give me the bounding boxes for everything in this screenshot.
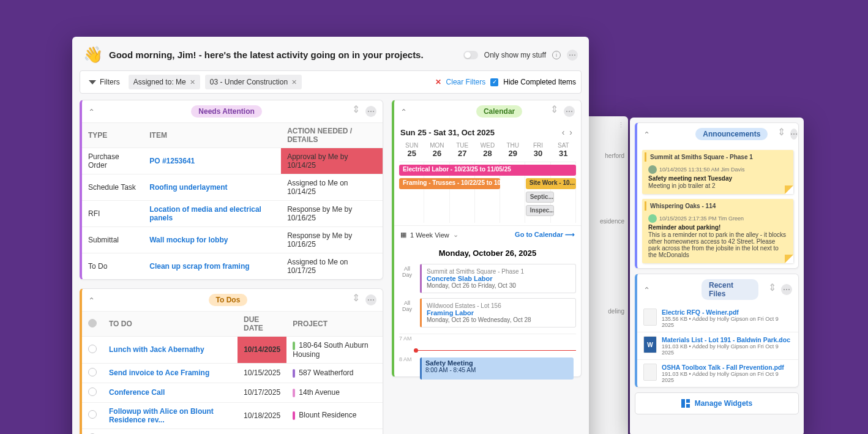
gantt-area: Electrical Labor - 10/23/25 to 11/05/25F… xyxy=(399,162,576,223)
selected-day-header: Monday, October 26, 2025 xyxy=(394,244,581,261)
calendar-range: Sun 25 - Sat 31, Oct 2025 xyxy=(400,128,559,137)
word-icon xyxy=(643,336,657,353)
filter-chip[interactable]: 03 - Under Construction✕ xyxy=(205,75,302,89)
allday-event[interactable]: Summit at Smiths Square - Phase 1Concret… xyxy=(420,264,576,293)
prev-week-button[interactable]: ‹ xyxy=(559,127,567,137)
drag-handle-icon[interactable]: ⇕ xyxy=(768,285,777,294)
avatar xyxy=(648,214,657,223)
close-icon[interactable]: ✕ xyxy=(291,78,297,86)
close-icon: ✕ xyxy=(435,78,441,86)
close-icon[interactable]: ✕ xyxy=(190,78,195,86)
chevron-up-icon[interactable]: ⌄ xyxy=(400,107,407,116)
widgets-panel: ⌄ Announcements ⇕ ⋯ Summit at Smiths Squ… xyxy=(630,118,804,434)
announcements-card: ⌄ Announcements ⇕ ⋯ Summit at Smiths Squ… xyxy=(635,122,799,269)
table-row[interactable]: To DoClean up scrap from framingAssigned… xyxy=(82,253,383,280)
chevron-up-icon[interactable]: ⌄ xyxy=(643,285,650,294)
file-row[interactable]: Materials List - Lot 191 - Baldwin Park.… xyxy=(637,332,798,359)
info-icon[interactable]: i xyxy=(552,51,561,59)
manage-widgets-button[interactable]: Manage Widgets xyxy=(635,392,799,414)
announcement-note[interactable]: Whispering Oaks - 114 10/15/2025 2:17:35… xyxy=(642,199,793,263)
calendar-icon: ▦ xyxy=(400,231,406,239)
week-header: SUN25MON26TUE27WED28THU29FRI30SAT31 xyxy=(394,142,581,158)
gantt-bar[interactable]: Framing - Trusses - 10/22/25 to 10/28... xyxy=(399,178,500,189)
clear-filters-button[interactable]: Clear Filters xyxy=(446,78,486,86)
chevron-up-icon[interactable]: ⌄ xyxy=(88,107,95,116)
calendar-card: ⌄ Calendar ⇕ ⋯ Sun 25 - Sat 31, Oct 2025… xyxy=(392,100,582,377)
file-row[interactable]: Electric RFQ - Weiner.pdf135.56 KB • Add… xyxy=(637,305,798,332)
announcement-note[interactable]: Summit at Smiths Square - Phase 1 10/14/… xyxy=(642,150,793,194)
chevron-up-icon[interactable]: ⌄ xyxy=(643,130,650,139)
complete-checkbox[interactable] xyxy=(88,368,97,376)
card-menu[interactable]: ⋯ xyxy=(790,129,798,140)
complete-checkbox[interactable] xyxy=(88,345,97,353)
allday-event[interactable]: Wildwood Estates - Lot 156Framing LaborM… xyxy=(420,298,576,327)
table-row[interactable]: Send invoice to Ace Framing 10/15/2025 5… xyxy=(82,363,383,383)
pdf-icon xyxy=(643,309,657,326)
complete-checkbox[interactable] xyxy=(88,410,97,419)
card-title: To Dos xyxy=(209,294,248,306)
drag-handle-icon[interactable]: ⇕ xyxy=(550,107,559,116)
needs-attention-card: ⌄ Needs Attention ⇕ ⋯ TYPEITEMACTION NEE… xyxy=(80,100,383,280)
only-my-stuff-toggle[interactable] xyxy=(463,51,478,59)
card-title: Needs Attention xyxy=(191,105,262,118)
recent-files-card: ⌄ Recent Files ⇕ ⋯ Electric RFQ - Weiner… xyxy=(635,274,799,387)
next-week-button[interactable]: › xyxy=(567,127,575,137)
main-dashboard-window: 👋 Good morning, Jim! - here's the latest… xyxy=(72,37,589,434)
gantt-bar[interactable]: Inspec... xyxy=(526,205,554,216)
table-row[interactable]: Conference Call 10/17/2025 14th Avenue xyxy=(82,383,383,402)
todos-table: TO DODUE DATEPROJECT Lunch with Jack Abe… xyxy=(82,311,383,434)
gantt-bar[interactable]: Septic... xyxy=(526,192,554,203)
wave-icon: 👋 xyxy=(83,45,103,64)
table-row[interactable]: Schedule TaskRoofing underlaymentAssigne… xyxy=(82,174,383,201)
current-time-indicator xyxy=(416,350,576,351)
chevron-up-icon[interactable]: ⌄ xyxy=(88,296,95,305)
card-menu[interactable]: ⋯ xyxy=(365,106,376,117)
greeting-text: Good morning, Jim! - here's the latest a… xyxy=(109,50,457,60)
card-title: Recent Files xyxy=(702,279,758,300)
go-to-calendar-link[interactable]: Go to Calendar ⟶ xyxy=(515,231,575,239)
gantt-bar[interactable]: Site Work - 10... xyxy=(526,178,576,189)
table-row[interactable]: Clean up scrap from framing 10/20/2025 5… xyxy=(82,428,383,434)
table-row[interactable]: SubmittalWall mockup for lobbyResponse b… xyxy=(82,227,383,253)
table-row[interactable]: Followup with Alice on Blount Residence … xyxy=(82,402,383,428)
file-row[interactable]: OSHA Toolbox Talk - Fall Prevention.pdf1… xyxy=(637,359,798,387)
drag-handle-icon[interactable]: ⇕ xyxy=(352,296,361,304)
view-selector[interactable]: 1 Week View xyxy=(410,231,449,239)
drag-handle-icon[interactable]: ⇕ xyxy=(352,107,361,116)
card-menu[interactable]: ⋯ xyxy=(781,284,792,295)
card-menu[interactable]: ⋯ xyxy=(564,106,575,117)
filters-button[interactable]: Filters xyxy=(85,75,124,89)
card-title: Announcements xyxy=(695,128,768,140)
todos-card: ⌄ To Dos ⇕ ⋯ TO DODUE DATEPROJECT Lunch … xyxy=(80,288,383,434)
complete-checkbox[interactable] xyxy=(88,387,97,396)
attention-table: TYPEITEMACTION NEEDED / DETAILS Purchase… xyxy=(82,122,383,279)
timeline: 7 AM 8 AM Safety Meeting 8:00 AM - 8:45 … xyxy=(399,334,576,376)
gantt-bar[interactable]: Electrical Labor - 10/23/25 to 11/05/25 xyxy=(399,165,576,176)
hide-completed-label: Hide Completed Items xyxy=(503,78,576,86)
calendar-event[interactable]: Safety Meeting 8:00 AM - 8:45 AM xyxy=(420,357,574,380)
table-row[interactable]: Purchase OrderPO #1253641Approval by Me … xyxy=(82,148,383,174)
card-title: Calendar xyxy=(476,105,522,118)
widgets-icon xyxy=(681,399,690,408)
funnel-icon xyxy=(89,80,96,84)
table-row[interactable]: RFILocation of media and electrical pane… xyxy=(82,201,383,227)
table-row[interactable]: Lunch with Jack Abernathy 10/14/2025 180… xyxy=(82,337,383,364)
more-menu[interactable]: ⋯ xyxy=(567,50,578,61)
filter-bar: Filters Assigned to: Me✕ 03 - Under Cons… xyxy=(80,70,582,94)
avatar xyxy=(648,165,657,174)
filter-chip[interactable]: Assigned to: Me✕ xyxy=(129,75,200,89)
pdf-icon xyxy=(643,364,657,381)
hide-completed-checkbox[interactable]: ✓ xyxy=(490,78,498,86)
only-my-stuff-label: Only show my stuff xyxy=(484,51,546,59)
chevron-down-icon[interactable]: ⌄ xyxy=(453,231,458,239)
card-menu[interactable]: ⋯ xyxy=(365,294,376,305)
drag-handle-icon[interactable]: ⇕ xyxy=(777,130,785,138)
